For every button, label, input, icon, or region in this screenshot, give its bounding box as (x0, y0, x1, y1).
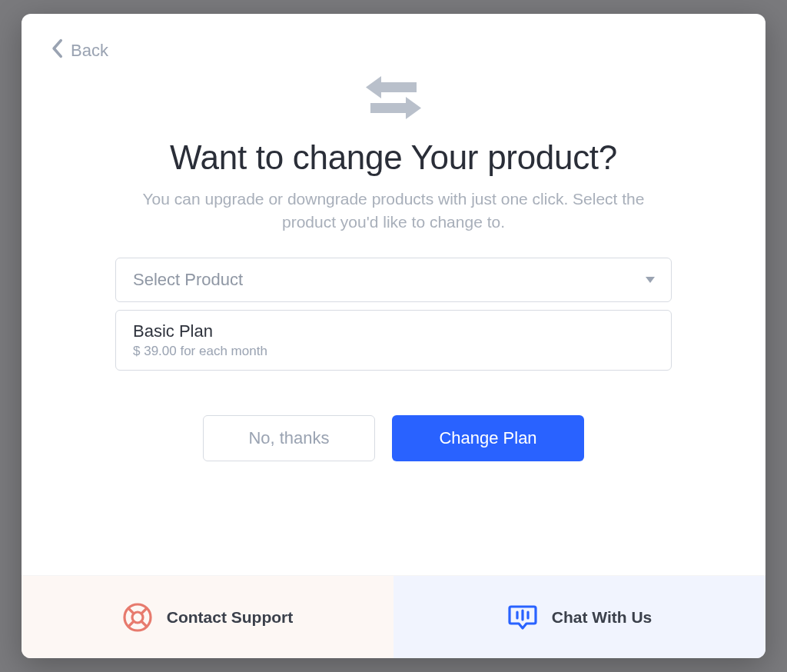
hero: Want to change Your product? You can upg… (22, 63, 765, 235)
caret-down-icon (645, 273, 656, 287)
button-row: No, thanks Change Plan (22, 415, 765, 461)
product-option-name: Basic Plan (133, 321, 654, 341)
svg-line-7 (128, 607, 134, 614)
change-plan-button[interactable]: Change Plan (392, 415, 584, 461)
svg-marker-1 (366, 76, 381, 98)
modal-footer: Contact Support Chat With Us (22, 575, 765, 658)
svg-point-6 (132, 612, 143, 623)
svg-line-8 (141, 607, 148, 614)
modal-header: Back (22, 14, 765, 63)
no-thanks-button[interactable]: No, thanks (203, 415, 375, 461)
contact-support-button[interactable]: Contact Support (22, 576, 394, 658)
back-button[interactable]: Back (51, 38, 108, 63)
chat-icon (507, 602, 538, 633)
svg-rect-0 (378, 82, 417, 92)
product-select-placeholder: Select Product (133, 270, 243, 290)
modal-title: Want to change Your product? (170, 138, 617, 177)
lifebuoy-icon (122, 602, 153, 633)
swap-arrows-icon (360, 69, 427, 125)
svg-line-9 (128, 621, 134, 627)
change-plan-modal: Back Want to change Your product? You ca… (22, 14, 765, 658)
product-option-price: $ 39.00 for each month (133, 344, 654, 359)
modal-subtitle: You can upgrade or downgrade products wi… (117, 188, 670, 235)
svg-line-10 (141, 621, 148, 627)
back-label: Back (71, 41, 108, 61)
product-option[interactable]: Basic Plan $ 39.00 for each month (115, 310, 672, 371)
chat-with-us-label: Chat With Us (552, 608, 652, 627)
contact-support-label: Contact Support (167, 608, 293, 627)
svg-marker-3 (406, 97, 421, 119)
svg-rect-2 (370, 103, 409, 113)
chevron-left-icon (51, 38, 63, 63)
product-select[interactable]: Select Product (115, 258, 672, 302)
svg-marker-4 (646, 277, 655, 283)
chat-with-us-button[interactable]: Chat With Us (394, 576, 765, 658)
spacer (22, 461, 765, 575)
product-select-group: Select Product Basic Plan $ 39.00 for ea… (115, 258, 672, 371)
